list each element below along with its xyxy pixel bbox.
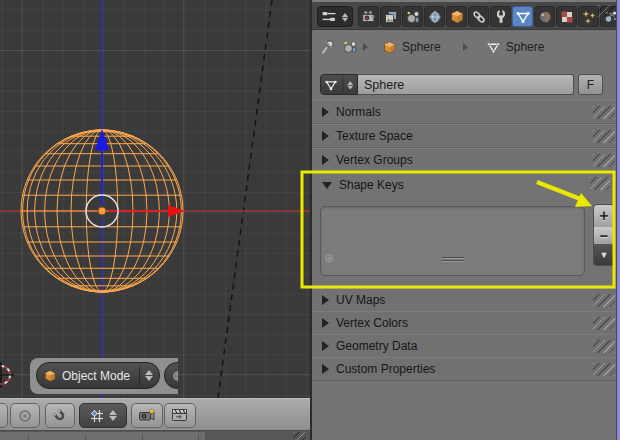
breadcrumb: Sphere Sphere xyxy=(312,30,620,64)
tab-object-data[interactable] xyxy=(512,6,533,27)
panel-label: Custom Properties xyxy=(336,362,435,376)
3d-cursor xyxy=(0,362,14,388)
fake-user-button[interactable]: F xyxy=(578,74,603,95)
tab-object[interactable] xyxy=(446,6,467,27)
render-camera-icon xyxy=(138,408,156,423)
list-resize-handle[interactable] xyxy=(442,257,464,263)
breadcrumb-data-label[interactable]: Sphere xyxy=(506,40,545,54)
viewport-scene xyxy=(0,0,310,398)
window-right-edge xyxy=(616,0,620,440)
expand-arrow-icon xyxy=(322,155,329,165)
snap-element-dropdown[interactable] xyxy=(79,403,127,428)
dropdown-arrows-icon xyxy=(342,9,348,23)
checker-icon xyxy=(559,9,575,25)
tab-constraints[interactable] xyxy=(468,6,489,27)
datablock-browse-button[interactable] xyxy=(320,74,358,95)
expand-arrow-icon xyxy=(322,107,329,117)
panel-drag-grip[interactable] xyxy=(593,130,615,143)
mode-dropdown[interactable]: Object Mode xyxy=(36,362,160,389)
expand-arrow-icon xyxy=(322,131,329,141)
magnet-icon xyxy=(52,408,68,424)
clipped-button[interactable] xyxy=(0,403,8,428)
manipulator-z-arrow[interactable] xyxy=(95,129,109,150)
panel-header-vertex-groups[interactable]: Vertex Groups xyxy=(312,148,620,172)
expand-arrow-icon xyxy=(322,295,329,305)
3d-viewport[interactable]: Object Mode xyxy=(0,0,310,440)
shape-keys-specials-button[interactable]: ▼ xyxy=(593,244,615,266)
panel-header-custom-properties[interactable]: Custom Properties xyxy=(312,357,620,381)
expand-arrow-icon xyxy=(322,364,329,374)
panel-drag-grip[interactable] xyxy=(590,177,610,190)
render-animation-button[interactable] xyxy=(164,403,196,428)
context-tabs xyxy=(358,6,620,27)
tab-world[interactable] xyxy=(424,6,445,27)
panel-drag-grip[interactable] xyxy=(593,363,615,376)
breadcrumb-arrow-icon xyxy=(463,43,468,51)
panel-label: Normals xyxy=(336,105,381,119)
fake-user-label: F xyxy=(587,78,594,92)
tab-scene[interactable] xyxy=(402,6,423,27)
panel-header-normals[interactable]: Normals xyxy=(312,100,620,124)
world-icon xyxy=(427,9,443,25)
dropdown-arrows-icon xyxy=(342,78,353,92)
panel-header-geometry-data[interactable]: Geometry Data xyxy=(312,334,620,358)
scene-icon[interactable] xyxy=(342,39,358,55)
proportional-editing-button[interactable] xyxy=(10,403,40,428)
chevron-down-icon: ▼ xyxy=(600,250,609,260)
panel-header-uv-maps[interactable]: UV Maps xyxy=(312,288,620,312)
breadcrumb-object-label[interactable]: Sphere xyxy=(402,40,441,54)
list-add-hint-icon: ⊕ xyxy=(324,252,334,264)
blender-window: Object Mode xyxy=(0,0,620,440)
shape-keys-list[interactable] xyxy=(320,206,585,276)
panel-drag-grip[interactable] xyxy=(593,317,615,330)
panel-header-vertex-colors[interactable]: Vertex Colors xyxy=(312,311,620,335)
shape-keys-remove-button[interactable]: − xyxy=(593,227,615,245)
panel-header-shape-keys[interactable]: Shape Keys xyxy=(322,178,404,192)
dropdown-arrows-icon xyxy=(109,407,117,425)
mode-toolbar: Object Mode xyxy=(30,358,178,394)
region-resize-grip[interactable] xyxy=(293,432,306,440)
viewport-shading-dropdown[interactable] xyxy=(164,362,178,389)
tab-particles[interactable] xyxy=(578,6,599,27)
snap-grid-icon xyxy=(89,408,105,424)
region-corner-grip[interactable] xyxy=(598,5,615,17)
collapse-arrow-icon xyxy=(322,182,332,189)
scene-icon xyxy=(405,9,421,25)
cube-icon xyxy=(449,9,465,25)
mesh-data-icon xyxy=(515,9,531,25)
panel-drag-grip[interactable] xyxy=(593,154,615,167)
panel-shape-keys: Shape Keys ⊕ + − ▼ xyxy=(312,172,620,288)
editor-divider-strip xyxy=(0,431,310,440)
editor-type-selector[interactable] xyxy=(317,6,353,27)
panel-label: Vertex Colors xyxy=(336,316,408,330)
panel-label: Geometry Data xyxy=(336,339,417,353)
cube-icon[interactable] xyxy=(382,40,397,55)
panel-label: Vertex Groups xyxy=(336,153,413,167)
tab-render-layers[interactable] xyxy=(380,6,401,27)
tab-render[interactable] xyxy=(358,6,379,27)
tab-modifiers[interactable] xyxy=(490,6,511,27)
panel-header-texture-space[interactable]: Texture Space xyxy=(312,124,620,148)
pin-icon[interactable] xyxy=(320,39,336,56)
snap-toggle-button[interactable] xyxy=(45,403,75,428)
datablock-name-input[interactable] xyxy=(358,74,574,95)
panel-drag-grip[interactable] xyxy=(593,294,615,307)
cube-icon xyxy=(43,369,57,383)
camera-border-dashed-line xyxy=(218,0,272,398)
layers-icon xyxy=(383,9,399,25)
panel-drag-grip[interactable] xyxy=(593,340,615,353)
render-still-button[interactable] xyxy=(131,403,163,428)
viewport-header xyxy=(0,398,310,431)
mesh-data-icon[interactable] xyxy=(486,40,501,55)
tab-material[interactable] xyxy=(534,6,555,27)
material-icon xyxy=(537,9,553,25)
circle-icon xyxy=(17,408,33,424)
properties-editor: Sphere Sphere F Normals xyxy=(310,0,620,440)
tab-texture[interactable] xyxy=(556,6,577,27)
panel-label: Texture Space xyxy=(336,129,413,143)
clapperboard-icon xyxy=(171,408,189,423)
plus-icon: + xyxy=(599,207,608,225)
properties-sliders-icon xyxy=(321,9,339,24)
panel-drag-grip[interactable] xyxy=(593,106,615,119)
shape-keys-add-button[interactable]: + xyxy=(593,204,615,228)
